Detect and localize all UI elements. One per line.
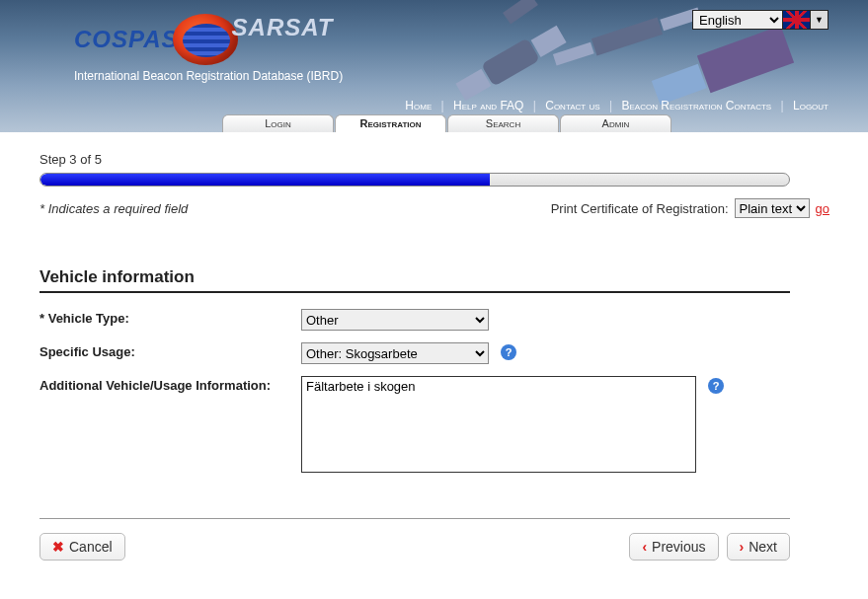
language-selector[interactable]: English ▼ <box>692 10 829 30</box>
main-tabs: Login Registration Search Admin <box>222 114 671 132</box>
top-nav: Home | Help and FAQ | Contact us | Beaco… <box>405 99 829 112</box>
specific-usage-select[interactable]: Other: Skogsarbete <box>301 342 489 364</box>
next-button-label: Next <box>749 539 777 555</box>
wizard-buttons: ✖ Cancel ‹ Previous › Next <box>39 533 790 561</box>
additional-info-label: Additional Vehicle/Usage Information: <box>39 376 301 393</box>
field-additional-info: Additional Vehicle/Usage Information: ? <box>39 370 790 479</box>
close-icon: ✖ <box>52 539 64 555</box>
print-go-link[interactable]: go <box>816 201 829 216</box>
flag-uk-icon <box>782 11 810 29</box>
specific-usage-label: Specific Usage: <box>39 342 301 359</box>
tab-search[interactable]: Search <box>447 114 559 132</box>
chevron-right-icon: › <box>740 539 745 555</box>
language-dropdown-button[interactable]: ▼ <box>810 11 828 29</box>
satellite-decoration <box>592 18 663 56</box>
chevron-left-icon: ‹ <box>642 539 647 555</box>
nav-help[interactable]: Help and FAQ <box>453 99 523 112</box>
previous-button[interactable]: ‹ Previous <box>629 533 718 561</box>
satellite-decoration <box>503 0 538 24</box>
language-dropdown[interactable]: English <box>693 11 782 29</box>
footer-separator <box>39 518 790 519</box>
nav-beacon-contacts[interactable]: Beacon Registration Contacts <box>621 99 771 112</box>
app-header: COSPAS SARSAT International Beacon Regis… <box>0 0 868 132</box>
additional-info-textarea[interactable] <box>301 376 696 473</box>
tab-login[interactable]: Login <box>222 114 334 132</box>
tab-admin[interactable]: Admin <box>560 114 671 132</box>
nav-separator: | <box>609 99 612 112</box>
satellite-decoration <box>697 26 794 93</box>
progress-bar-fill <box>40 174 490 186</box>
help-icon[interactable]: ? <box>501 344 516 360</box>
brand-text-right: SARSAT <box>232 14 334 41</box>
progress-bar <box>39 173 790 187</box>
previous-button-label: Previous <box>652 539 705 555</box>
required-fields-note: * Indicates a required field <box>39 201 188 216</box>
nav-separator: | <box>533 99 536 112</box>
field-specific-usage: Specific Usage: Other: Skogsarbete ? <box>39 337 790 370</box>
nav-separator: | <box>441 99 444 112</box>
main-content: Step 3 of 5 * Indicates a required field… <box>39 152 829 561</box>
cancel-button[interactable]: ✖ Cancel <box>39 533 125 561</box>
print-format-select[interactable]: Plain text <box>735 198 810 218</box>
nav-home[interactable]: Home <box>405 99 432 112</box>
brand-logo: COSPAS SARSAT <box>74 14 343 65</box>
satellite-decoration <box>481 37 540 87</box>
print-label: Print Certificate of Registration: <box>551 201 729 216</box>
help-icon[interactable]: ? <box>708 378 724 394</box>
nav-logout[interactable]: Logout <box>793 99 829 112</box>
cancel-button-label: Cancel <box>69 539 113 555</box>
section-heading: Vehicle information <box>39 267 790 293</box>
logo-block: COSPAS SARSAT International Beacon Regis… <box>74 14 343 83</box>
next-button[interactable]: › Next <box>727 533 790 561</box>
nav-separator: | <box>781 99 784 112</box>
vehicle-type-label: Vehicle Type: <box>48 311 129 326</box>
required-mark: * <box>39 311 48 326</box>
globe-icon <box>173 14 238 65</box>
tab-registration[interactable]: Registration <box>335 114 446 132</box>
step-indicator: Step 3 of 5 <box>39 152 829 167</box>
nav-contact[interactable]: Contact us <box>545 99 599 112</box>
print-certificate-block: Print Certificate of Registration: Plain… <box>551 198 829 218</box>
brand-text-left: COSPAS <box>74 26 179 53</box>
app-subtitle: International Beacon Registration Databa… <box>74 69 343 83</box>
vehicle-type-select[interactable]: Other <box>301 309 489 331</box>
chevron-down-icon: ▼ <box>815 15 824 25</box>
field-vehicle-type: * Vehicle Type: Other <box>39 303 790 337</box>
